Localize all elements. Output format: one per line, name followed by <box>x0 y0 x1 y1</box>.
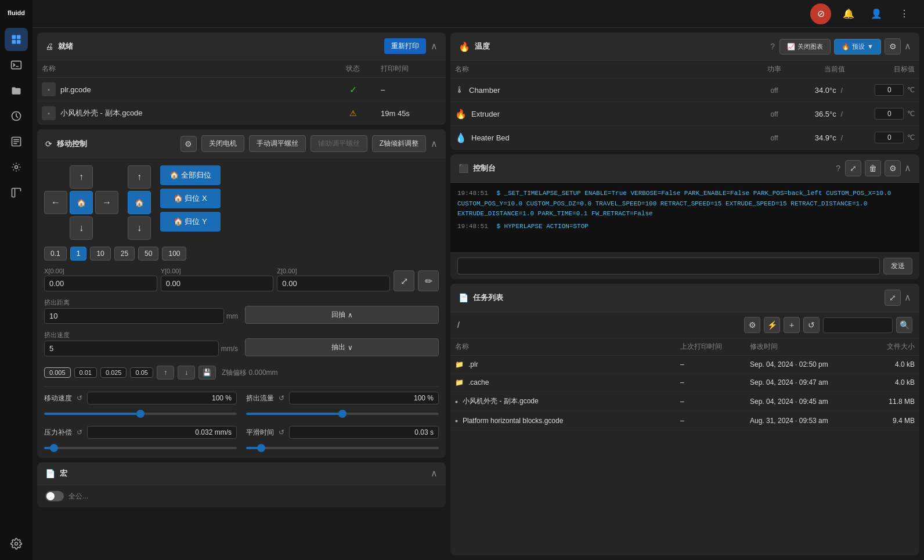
move-speed-reset[interactable]: ↺ <box>77 394 82 402</box>
svg-rect-1 <box>17 35 21 39</box>
table-row[interactable]: ▪ plr.gcode ✓ – <box>37 78 446 102</box>
manual-level-btn[interactable]: 手动调平螺丝 <box>249 135 306 152</box>
y-input[interactable] <box>161 276 274 291</box>
bed-target-input[interactable] <box>875 132 904 143</box>
emergency-stop-btn[interactable]: ⊘ <box>810 3 831 24</box>
file-settings-icon[interactable]: ⚙ <box>744 317 760 333</box>
reprint-button[interactable]: 重新打印 <box>384 38 426 54</box>
y-plus-btn[interactable]: ↑ <box>70 165 93 189</box>
z-step-0.005[interactable]: 0.005 <box>44 367 71 378</box>
chamber-target-input[interactable] <box>875 84 904 96</box>
sidebar-item-tune[interactable] <box>5 156 28 179</box>
move-speed-group: 移动速度 ↺ 100 % <box>44 392 237 417</box>
assist-level-btn[interactable]: 辅助调平螺丝 <box>311 135 367 152</box>
file-search-input[interactable] <box>823 317 893 333</box>
chamber-name: Chamber <box>469 86 500 95</box>
z-step-0.01[interactable]: 0.01 <box>74 367 97 378</box>
sidebar-item-macros[interactable] <box>5 130 28 153</box>
home-y-btn[interactable]: 🏠 归位 Y <box>160 212 221 232</box>
notifications-btn[interactable]: 🔔 <box>838 3 859 24</box>
account-btn[interactable]: 👤 <box>866 3 887 24</box>
extrude-distance-input[interactable] <box>44 308 224 324</box>
pressure-advance-reset[interactable]: ↺ <box>77 428 82 436</box>
list-item[interactable]: ▪ 小风机外壳 - 副本.gcode – Sep. 04, 2024 · 09:… <box>450 392 919 411</box>
z-save-btn[interactable]: 💾 <box>198 366 216 380</box>
flow-rate-reset[interactable]: ↺ <box>279 394 284 402</box>
step-50[interactable]: 50 <box>138 247 158 261</box>
z-minus-btn[interactable]: ↓ <box>128 216 151 240</box>
console-collapse[interactable]: ∧ <box>904 164 911 173</box>
z-tilt-btn[interactable]: Z轴倾斜调整 <box>372 135 426 152</box>
console-expand-icon[interactable]: ⤢ <box>845 160 861 176</box>
z-down-btn[interactable]: ↓ <box>178 366 195 380</box>
z-up-btn[interactable]: ↑ <box>157 366 174 380</box>
temp-help-icon[interactable]: ? <box>770 42 775 51</box>
sidebar-item-dashboard[interactable] <box>5 28 28 51</box>
filename: 小风机外壳 - 副本.gcode <box>60 108 143 118</box>
home-x-btn[interactable]: 🏠 归位 X <box>160 189 221 208</box>
sidebar-item-config[interactable] <box>5 181 28 204</box>
sidebar-item-settings[interactable] <box>5 532 28 555</box>
z-plus-btn[interactable]: ↑ <box>128 165 151 189</box>
temp-settings-icon[interactable]: ⚙ <box>885 38 901 55</box>
step-1[interactable]: 1 <box>70 247 87 261</box>
smooth-time-slider[interactable] <box>246 447 439 449</box>
extrude-btn[interactable]: 抽出 ∨ <box>245 338 439 356</box>
z-input[interactable] <box>277 276 390 291</box>
flow-rate-value: 100 % <box>289 392 439 404</box>
list-item[interactable]: 📁 .cache – Sep. 04, 2024 · 09:47 am 4.0 … <box>450 374 919 392</box>
sidebar-item-console[interactable] <box>5 53 28 77</box>
menu-btn[interactable]: ⋮ <box>894 3 915 24</box>
preset-chevron-icon: ▼ <box>867 43 874 50</box>
x-input[interactable] <box>44 276 157 291</box>
pressure-advance-slider[interactable] <box>44 447 237 449</box>
print-history-collapse[interactable]: ∧ <box>431 42 438 51</box>
file-expand-icon[interactable]: ⤢ <box>885 290 901 306</box>
console-send-btn[interactable]: 发送 <box>883 258 912 274</box>
coord-action-2[interactable]: ✏ <box>418 270 439 291</box>
sidebar-item-history[interactable] <box>5 104 28 128</box>
x-minus-btn[interactable]: ← <box>44 191 67 214</box>
print-history-body: 名称 状态 打印时间 ▪ plr.gcode <box>37 60 446 125</box>
x-plus-btn[interactable]: → <box>95 191 118 214</box>
home-all-btn[interactable]: 🏠 全部归位 <box>160 165 221 185</box>
file-add-icon[interactable]: + <box>784 317 800 333</box>
macro-collapse[interactable]: ∧ <box>431 469 438 478</box>
console-clear-icon[interactable]: 🗑 <box>865 160 881 176</box>
list-item[interactable]: 📁 .plr – Sep. 04, 2024 · 02:50 pm 4.0 kB <box>450 356 919 374</box>
console-input[interactable] <box>457 258 880 274</box>
xy-home-btn[interactable]: 🏠 <box>70 191 93 214</box>
console-settings-icon[interactable]: ⚙ <box>885 160 901 176</box>
temp-name-cell: 🔥 Extruder <box>450 102 757 126</box>
z-home-btn[interactable]: 🏠 <box>128 191 151 214</box>
step-100[interactable]: 100 <box>162 247 186 261</box>
move-control-collapse[interactable]: ∧ <box>431 139 438 149</box>
list-item[interactable]: ▪ Platform horizontal blocks.gcode – Aug… <box>450 411 919 431</box>
close-chart-btn[interactable]: 📈 关闭图表 <box>779 39 831 55</box>
coord-action-1[interactable]: ⤢ <box>394 270 414 291</box>
step-0.1[interactable]: 0.1 <box>44 247 67 261</box>
file-refresh-icon[interactable]: ↺ <box>803 317 820 333</box>
step-10[interactable]: 10 <box>90 247 110 261</box>
smooth-time-reset[interactable]: ↺ <box>279 428 284 436</box>
extruder-target-input[interactable] <box>875 108 904 120</box>
extrude-speed-input[interactable] <box>44 341 219 356</box>
step-25[interactable]: 25 <box>114 247 135 261</box>
sidebar-item-files[interactable] <box>5 79 28 102</box>
file-search-icon[interactable]: 🔍 <box>896 317 912 333</box>
move-settings-icon[interactable]: ⚙ <box>181 136 197 152</box>
console-help-icon[interactable]: ? <box>836 164 840 173</box>
file-filter-icon[interactable]: ⚡ <box>764 317 780 333</box>
y-minus-btn[interactable]: ↓ <box>70 216 93 240</box>
retract-btn[interactable]: 回抽 ∧ <box>245 306 439 324</box>
flow-rate-slider[interactable] <box>246 413 439 415</box>
z-step-0.05[interactable]: 0.05 <box>130 367 153 378</box>
preset-btn[interactable]: 🔥 预设 ▼ <box>834 39 881 55</box>
z-step-0.025[interactable]: 0.025 <box>100 367 127 378</box>
macro-toggle[interactable] <box>45 491 64 501</box>
file-collapse[interactable]: ∧ <box>904 293 911 302</box>
temp-collapse[interactable]: ∧ <box>904 42 911 51</box>
table-row[interactable]: ▪ 小风机外壳 - 副本.gcode ⚠ 19m 45s <box>37 102 446 125</box>
move-speed-slider[interactable] <box>44 413 237 415</box>
close-motor-btn[interactable]: 关闭电机 <box>201 135 244 152</box>
